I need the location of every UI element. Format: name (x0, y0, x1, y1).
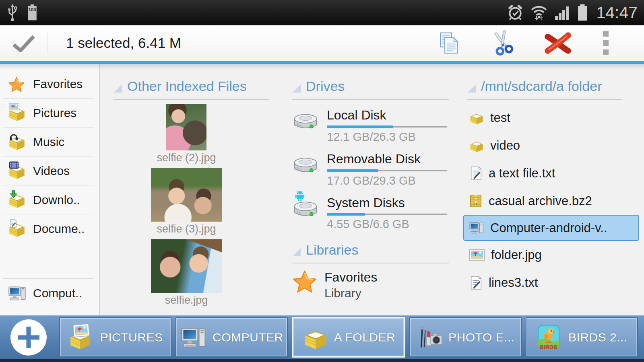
drive-usage-fill (327, 125, 393, 128)
drive-name: Local Disk (327, 108, 447, 123)
star-icon (292, 269, 317, 294)
drive-row-local-disk[interactable]: Local Disk 12.1 GB/26.3 GB (292, 108, 455, 144)
header-rule (292, 99, 449, 100)
drive-row-removable-disk[interactable]: Removable Disk 17.0 GB/29.3 GB (292, 152, 455, 187)
collapse-triangle-icon (292, 248, 301, 257)
file-name: video (490, 138, 520, 153)
sidebar-item-music[interactable]: Music (0, 128, 99, 156)
downloads-folder-icon (8, 191, 27, 209)
tab-pictures[interactable]: PICTURES (59, 317, 171, 357)
file-name: lines3.txt (489, 276, 538, 290)
tab-label: PHOTO E... (448, 331, 514, 344)
drive-row-system-disks[interactable]: System Disks 4.55 GB/6.6 GB (292, 195, 455, 231)
file-row[interactable]: lines3.txt (467, 269, 639, 296)
tab-birds-app[interactable]: BIRDS BIRDS 2... (526, 317, 638, 357)
sidebar-item-label: Pictures (33, 106, 76, 120)
file-list: test video a text file.txt casual archiv… (467, 104, 644, 296)
archive-file-icon (469, 194, 483, 208)
library-name: Favorites (324, 270, 378, 285)
libraries-header[interactable]: Libraries (292, 243, 455, 257)
videos-folder-icon (8, 162, 27, 180)
drive-usage-bar (327, 213, 447, 216)
file-row[interactable]: a text file.txt (467, 159, 639, 187)
sidebar-item-label: Music (33, 135, 64, 149)
drive-usage-fill (327, 213, 365, 216)
indexed-files-header[interactable]: Other Indexed Files (114, 79, 286, 93)
alarm-icon (507, 4, 524, 21)
sidebar: Favorites Pictures Music (0, 64, 100, 315)
folder-path-header[interactable]: /mnt/sdcard/a folder (467, 79, 644, 93)
collapse-triangle-icon (114, 84, 122, 93)
sidebar-item-documents[interactable]: Docume.. (0, 214, 99, 243)
header-rule (292, 263, 449, 263)
collapse-triangle-icon (292, 84, 301, 93)
library-subtitle: Library (324, 286, 378, 300)
music-folder-icon (8, 133, 27, 151)
hard-disk-icon (292, 108, 327, 144)
tab-photo-editor[interactable]: PHOTO E... (409, 317, 522, 357)
library-row-favorites[interactable]: Favorites Library (292, 269, 455, 300)
sidebar-item-label: Videos (33, 164, 70, 178)
select-all-button[interactable] (11, 34, 36, 52)
delete-button[interactable] (544, 32, 572, 54)
drive-usage-bar (327, 169, 447, 172)
folder-panel: /mnt/sdcard/a folder test video a text f… (455, 64, 644, 315)
drive-name: Removable Disk (327, 152, 447, 167)
tab-computer[interactable]: COMPUTER (175, 317, 288, 357)
panel-title: Other Indexed Files (127, 79, 247, 93)
overflow-menu-icon (603, 31, 609, 37)
file-name: casual archive.bz2 (489, 194, 592, 208)
file-row[interactable]: test (467, 104, 639, 132)
sidebar-item-computer[interactable]: Comput.. (3, 279, 94, 308)
file-row[interactable]: folder.jpg (467, 241, 639, 269)
sidebar-bottom-group: Comput.. (3, 278, 94, 308)
photo-thumbnail[interactable] (166, 104, 206, 150)
thumbnail-list: selfie (2).jpg selfie (3).jpg selfie.jpg (114, 104, 259, 311)
select-check-icon (11, 34, 36, 52)
photo-thumbnail[interactable] (151, 168, 222, 222)
birds-icon-text: BIRDS (540, 343, 558, 350)
drive-usage-fill (327, 169, 378, 172)
drive-usage-text: 4.55 GB/6.6 GB (327, 218, 447, 231)
overflow-menu-button[interactable] (601, 29, 610, 57)
file-row[interactable]: casual archive.bz2 (467, 187, 639, 215)
file-row[interactable]: video (467, 132, 639, 159)
accent-divider (0, 61, 644, 64)
tab-label: PICTURES (100, 331, 163, 344)
cut-button[interactable] (491, 31, 514, 55)
sidebar-item-downloads[interactable]: Downlo.. (0, 185, 99, 214)
sidebar-item-favorites[interactable]: Favorites (0, 70, 99, 99)
sidebar-item-label: Favorites (33, 77, 83, 91)
file-row-selected[interactable]: Computer-android-v.. (463, 215, 639, 241)
status-bar-left: 100 (6, 3, 38, 22)
file-name: selfie (3).jpg (157, 223, 216, 235)
sidebar-item-label: Docume.. (33, 222, 85, 236)
file-name: test (490, 111, 510, 125)
add-tab-button[interactable] (10, 319, 47, 356)
tab-a-folder[interactable]: A FOLDER (292, 317, 405, 358)
indexed-files-panel: Other Indexed Files selfie (2).jpg selfi… (100, 64, 286, 315)
collapse-triangle-icon (467, 84, 476, 93)
star-icon (8, 75, 27, 93)
drives-header[interactable]: Drives (292, 79, 455, 93)
documents-folder-icon (8, 220, 27, 238)
file-name: selfie (2).jpg (157, 152, 216, 164)
photo-thumbnail[interactable] (151, 239, 222, 293)
file-name: selfie.jpg (165, 294, 208, 306)
sidebar-item-label: Comput.. (33, 286, 82, 300)
android-disk-icon (292, 195, 327, 231)
sidebar-item-videos[interactable]: Videos (0, 156, 99, 185)
bottom-tab-bar: PICTURES COMPUTER A FOLDER (0, 315, 644, 362)
header-rule (467, 99, 622, 100)
action-bar-divider (47, 33, 48, 53)
text-file-icon (469, 275, 483, 290)
status-bar: 100 (0, 0, 644, 25)
panel-title: Libraries (306, 243, 358, 257)
sidebar-item-pictures[interactable]: Pictures (0, 99, 99, 128)
folder-tab-icon (302, 325, 328, 350)
copy-button[interactable] (437, 31, 461, 55)
delete-icon (544, 32, 572, 54)
status-bar-right: 14:47 (507, 3, 638, 22)
wifi-icon (530, 4, 548, 21)
file-name: folder.jpg (491, 248, 542, 262)
